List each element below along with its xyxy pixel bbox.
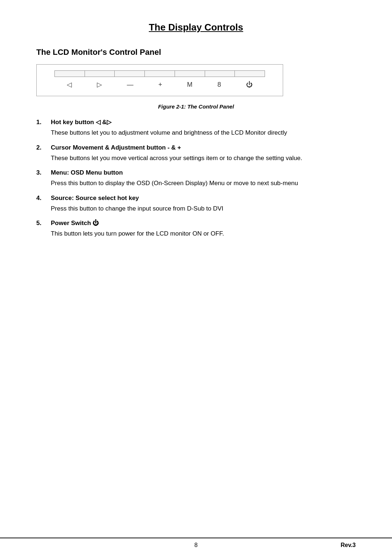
- panel-icon-menu: M: [187, 81, 192, 89]
- page-title: The Display Controls: [36, 22, 356, 33]
- section-title: The LCD Monitor's Control Panel: [36, 48, 356, 57]
- item-3-header: 3. Menu: OSD Menu button: [36, 169, 356, 176]
- list-item-3: 3. Menu: OSD Menu button Press this butt…: [36, 169, 356, 188]
- list-item-5: 5. Power Switch ⏻ This button lets you t…: [36, 220, 356, 238]
- item-3-number: 3.: [36, 169, 51, 176]
- item-2-title: Cursor Movement & Adjustment button - & …: [51, 144, 181, 151]
- control-panel-figure: ◁ ▷ — + M 8 ⏻: [36, 64, 283, 96]
- item-1-header: 1. Hot key button ◁ &▷: [36, 118, 356, 126]
- item-1-number: 1.: [36, 119, 51, 126]
- panel-segment-2: [85, 70, 115, 77]
- panel-icon-left-triangle: ◁: [67, 81, 72, 89]
- panel-icon-power: ⏻: [246, 81, 253, 89]
- panel-segment-1: [54, 70, 85, 77]
- item-4-description: Press this button to change the input so…: [36, 204, 356, 213]
- item-5-description: This button lets you turn power for the …: [36, 229, 356, 238]
- panel-icon-source: 8: [217, 81, 221, 89]
- item-2-number: 2.: [36, 144, 51, 151]
- item-4-title: Source: Source select hot key: [51, 195, 139, 202]
- item-2-description: These buttons let you move vertical acro…: [36, 154, 356, 163]
- figure-caption: Figure 2-1: The Control Panel: [36, 103, 356, 110]
- panel-segment-7: [234, 70, 265, 77]
- footer: 8 Rev.3: [0, 538, 392, 555]
- items-list: 1. Hot key button ◁ &▷ These buttons let…: [36, 118, 356, 245]
- panel-top-bar: [54, 70, 265, 77]
- item-3-description: Press this button to display the OSD (On…: [36, 179, 356, 188]
- panel-icons-row: ◁ ▷ — + M 8 ⏻: [54, 78, 265, 89]
- panel-segment-5: [175, 70, 205, 77]
- list-item-4: 4. Source: Source select hot key Press t…: [36, 195, 356, 213]
- page-container: The Display Controls The LCD Monitor's C…: [0, 0, 392, 555]
- panel-segment-4: [144, 70, 175, 77]
- item-2-header: 2. Cursor Movement & Adjustment button -…: [36, 144, 356, 151]
- item-4-header: 4. Source: Source select hot key: [36, 195, 356, 202]
- list-item-1: 1. Hot key button ◁ &▷ These buttons let…: [36, 118, 356, 138]
- item-1-title: Hot key button ◁ &▷: [51, 118, 111, 126]
- footer-revision: Rev.3: [249, 542, 356, 548]
- panel-segment-6: [205, 70, 235, 77]
- item-1-description: These buttons let you to adjustment volu…: [36, 128, 356, 138]
- list-item-2: 2. Cursor Movement & Adjustment button -…: [36, 144, 356, 163]
- panel-icon-plus: +: [158, 81, 162, 89]
- footer-page-number: 8: [143, 542, 249, 548]
- item-3-title: Menu: OSD Menu button: [51, 169, 123, 176]
- item-5-number: 5.: [36, 220, 51, 227]
- item-5-header: 5. Power Switch ⏻: [36, 220, 356, 227]
- panel-icon-minus: —: [127, 81, 134, 89]
- panel-segment-3: [114, 70, 144, 77]
- panel-icon-right-triangle: ▷: [97, 81, 102, 89]
- item-4-number: 4.: [36, 195, 51, 202]
- item-5-title: Power Switch ⏻: [51, 220, 99, 227]
